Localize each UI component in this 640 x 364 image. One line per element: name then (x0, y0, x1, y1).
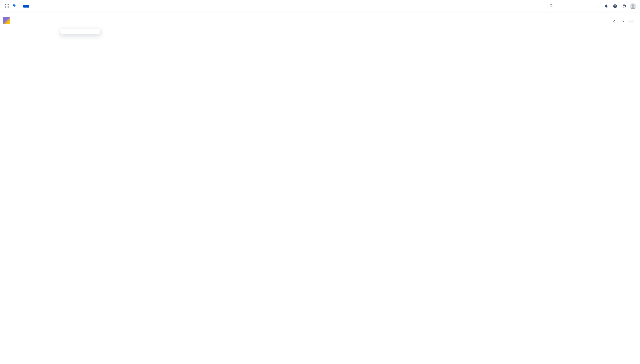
global-search[interactable] (548, 3, 601, 9)
profile-avatar[interactable] (629, 3, 636, 10)
project-header[interactable] (3, 17, 51, 24)
svg-point-7 (7, 7, 7, 8)
create-button[interactable] (23, 5, 29, 8)
svg-point-2 (8, 4, 9, 5)
day-popover[interactable] (60, 29, 100, 34)
svg-point-0 (5, 4, 6, 5)
svg-point-6 (5, 7, 6, 8)
today-button[interactable] (628, 20, 634, 23)
next-month-button[interactable] (619, 18, 627, 25)
svg-point-3 (5, 6, 6, 6)
svg-point-9 (550, 4, 552, 6)
search-icon (550, 4, 553, 8)
svg-text:?: ? (614, 5, 616, 8)
prev-month-button[interactable] (611, 18, 618, 25)
search-shortcut-hint (596, 6, 599, 6)
product-logo[interactable] (12, 3, 17, 9)
top-nav: ? (0, 0, 640, 12)
jira-glyph-icon (12, 3, 16, 9)
date-controls (608, 18, 634, 25)
project-avatar-icon (3, 17, 10, 24)
search-input[interactable] (555, 4, 594, 8)
main-content (54, 12, 640, 364)
notifications-icon[interactable] (603, 3, 610, 10)
help-icon[interactable]: ? (611, 3, 619, 10)
calendar (60, 29, 634, 29)
svg-point-4 (7, 6, 7, 6)
settings-icon[interactable] (620, 3, 627, 10)
svg-point-5 (8, 6, 9, 6)
svg-point-8 (8, 7, 9, 8)
svg-point-14 (632, 4, 634, 7)
sidebar (0, 12, 54, 364)
avatar (630, 3, 636, 9)
app-switcher-icon[interactable] (4, 3, 11, 10)
svg-line-10 (552, 6, 553, 7)
svg-point-1 (7, 4, 7, 5)
